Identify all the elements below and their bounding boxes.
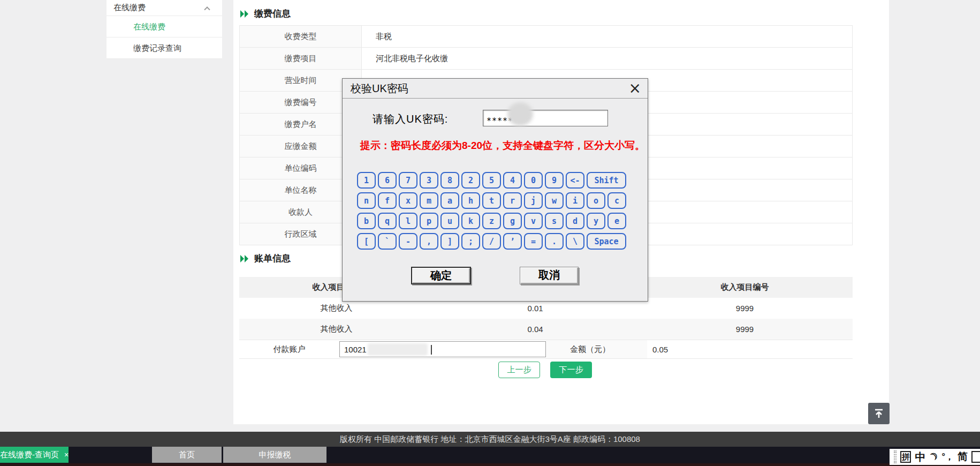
- tab-label: 申报缴税: [259, 450, 291, 460]
- key-s[interactable]: s: [545, 213, 564, 229]
- password-label: 请输入UK密码:: [373, 112, 448, 126]
- ime-toolbar: 拼 中 ☽ °， 简: [890, 449, 980, 465]
- key-<-[interactable]: <-: [566, 172, 584, 189]
- key-k[interactable]: k: [461, 213, 480, 229]
- password-hint: 提示：密码长度必须为8-20位，支持全键盘字符，区分大小写。: [360, 139, 645, 153]
- key-=[interactable]: =: [524, 233, 543, 250]
- key-r[interactable]: r: [503, 192, 522, 209]
- previous-step-button[interactable]: 上一步: [498, 362, 540, 378]
- key-\[interactable]: \: [566, 233, 584, 250]
- row-label: 收费类型: [240, 26, 362, 47]
- cancel-button[interactable]: 取消: [520, 267, 579, 284]
- keyboard-row: [`-,];/’=.\Space: [357, 233, 626, 250]
- key-5[interactable]: 5: [482, 172, 501, 189]
- key-7[interactable]: 7: [399, 172, 417, 189]
- bill-cell: 9999: [637, 304, 853, 313]
- key-z[interactable]: z: [482, 213, 501, 229]
- key-x[interactable]: x: [399, 192, 417, 209]
- keyboard-row: bqlpukzgvsdye: [357, 213, 626, 229]
- key--[interactable]: -: [399, 233, 417, 250]
- key-;[interactable]: ;: [461, 233, 480, 250]
- copyright-text: 版权所有 中国邮政储蓄银行 地址：北京市西城区金融大街3号A座 邮政编码：100…: [340, 434, 640, 445]
- account-number-prefix: 10021: [344, 345, 367, 354]
- key-0[interactable]: 0: [524, 172, 543, 189]
- key-t[interactable]: t: [482, 192, 501, 209]
- key-f[interactable]: f: [378, 192, 397, 209]
- key-m[interactable]: m: [420, 192, 438, 209]
- key-4[interactable]: 4: [503, 172, 522, 189]
- back-to-top-button[interactable]: [868, 403, 890, 424]
- key-/[interactable]: /: [482, 233, 501, 250]
- key-1[interactable]: 1: [357, 172, 376, 189]
- key-’[interactable]: ’: [503, 233, 522, 250]
- taskbar-tab[interactable]: 首页: [152, 447, 222, 463]
- key-i[interactable]: i: [566, 192, 584, 209]
- key-q[interactable]: q: [378, 213, 397, 229]
- key-a[interactable]: a: [440, 192, 459, 209]
- key-,[interactable]: ,: [420, 233, 438, 250]
- fullwidth-mode-icon[interactable]: ☽: [926, 449, 941, 464]
- payment-account-cell: 10021: [339, 341, 546, 357]
- row-value: 非税: [362, 26, 852, 47]
- key-Space[interactable]: Space: [587, 233, 626, 250]
- key-p[interactable]: p: [420, 213, 438, 229]
- next-step-button[interactable]: 下一步: [550, 362, 592, 378]
- payment-account-input[interactable]: 10021: [339, 341, 546, 357]
- key-n[interactable]: n: [357, 192, 376, 209]
- key-`[interactable]: `: [378, 233, 397, 250]
- key-c[interactable]: c: [607, 192, 626, 209]
- amount-value: 0.05: [647, 345, 853, 354]
- key-j[interactable]: j: [524, 192, 543, 209]
- keyboard-row: 1673825409<-Shift: [357, 172, 626, 189]
- simplified-mode-icon[interactable]: 简: [958, 450, 968, 464]
- key-h[interactable]: h: [461, 192, 480, 209]
- bill-body: 其他收入0.019999其他收入0.049999: [239, 298, 853, 340]
- ime-extra-icon[interactable]: [971, 451, 980, 463]
- payment-info-row: 收费类型非税: [239, 26, 853, 48]
- key-[[interactable]: [: [357, 233, 376, 250]
- sidebar-item-payment-records[interactable]: 缴费记录查询: [107, 37, 222, 59]
- payment-info-row: 缴费项目河北非税电子化收缴: [239, 48, 853, 70]
- punctuation-mode-icon[interactable]: °，: [942, 452, 954, 463]
- key-g[interactable]: g: [503, 213, 522, 229]
- ok-button[interactable]: 确定: [411, 267, 471, 284]
- key-6[interactable]: 6: [378, 172, 397, 189]
- key-2[interactable]: 2: [461, 172, 480, 189]
- key-8[interactable]: 8: [440, 172, 459, 189]
- key-][interactable]: ]: [440, 233, 459, 250]
- key-l[interactable]: l: [399, 213, 417, 229]
- key-3[interactable]: 3: [420, 172, 438, 189]
- drag-handle-icon[interactable]: [894, 450, 897, 463]
- pinyin-mode-icon[interactable]: 拼: [900, 451, 911, 463]
- key-.[interactable]: .: [545, 233, 564, 250]
- virtual-keyboard: 1673825409<-Shiftnfxmahtrjwiocbqlpukzgvs…: [357, 172, 626, 253]
- bill-info-title-text: 账单信息: [254, 252, 291, 265]
- taskbar-tab[interactable]: 申报缴税: [223, 447, 326, 463]
- key-o[interactable]: o: [587, 192, 605, 209]
- key-9[interactable]: 9: [545, 172, 564, 189]
- sidebar-item-online-payment[interactable]: 在线缴费: [107, 16, 222, 37]
- key-Shift[interactable]: Shift: [587, 172, 626, 189]
- bill-row: 其他收入0.049999: [239, 319, 853, 340]
- payment-info-title: 缴费信息: [240, 7, 291, 20]
- dialog-title: 校验UK密码: [343, 79, 648, 99]
- close-icon[interactable]: ×: [629, 79, 641, 97]
- sidebar-group-label: 在线缴费: [113, 3, 146, 13]
- tab-label: 在线缴费-查询页: [0, 450, 59, 460]
- bill-cell: 0.04: [434, 325, 637, 334]
- key-d[interactable]: d: [566, 213, 584, 229]
- tab-label: 首页: [179, 450, 195, 460]
- key-u[interactable]: u: [440, 213, 459, 229]
- key-y[interactable]: y: [587, 213, 605, 229]
- uk-password-input[interactable]: ******: [483, 110, 608, 126]
- key-w[interactable]: w: [545, 192, 564, 209]
- chinese-mode-icon[interactable]: 中: [915, 450, 925, 464]
- key-v[interactable]: v: [524, 213, 543, 229]
- tab-close-icon[interactable]: ×: [64, 450, 69, 459]
- desktop-edge: [0, 463, 980, 466]
- key-b[interactable]: b: [357, 213, 376, 229]
- bill-cell: 其他收入: [239, 324, 434, 334]
- sidebar-group-online-payment[interactable]: 在线缴费: [107, 0, 222, 16]
- taskbar-tab[interactable]: 在线缴费-查询页×: [0, 447, 69, 463]
- key-e[interactable]: e: [607, 213, 626, 229]
